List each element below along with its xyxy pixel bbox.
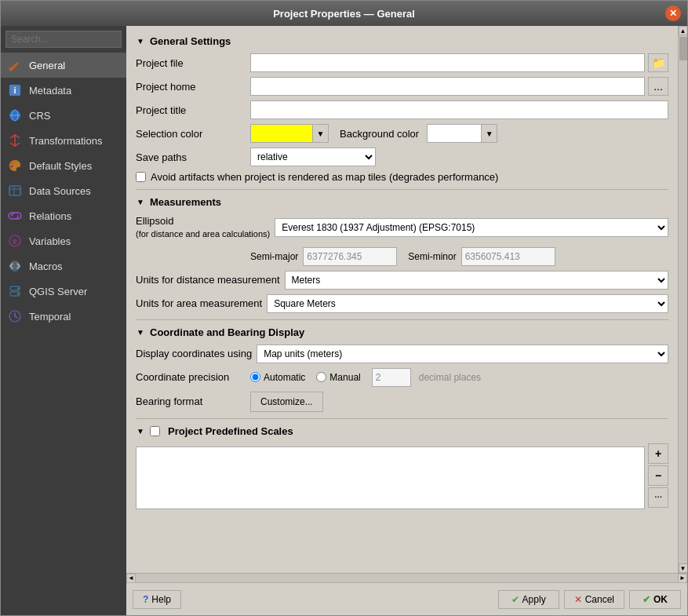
general-settings-toggle[interactable]: ▼ bbox=[136, 37, 145, 46]
vertical-scrollbar[interactable]: ▲ ▼ bbox=[678, 26, 687, 573]
sidebar-item-data-sources[interactable]: Data Sources bbox=[1, 178, 126, 203]
scales-remove-button[interactable]: − bbox=[648, 465, 668, 486]
scroll-down-arrow[interactable]: ▼ bbox=[679, 563, 688, 573]
svg-point-10 bbox=[11, 166, 13, 168]
variable-icon: e bbox=[7, 233, 23, 249]
svg-point-1 bbox=[9, 67, 13, 71]
svg-point-8 bbox=[12, 162, 14, 165]
scales-more-button[interactable]: ⋯ bbox=[648, 487, 668, 508]
svg-point-9 bbox=[15, 161, 17, 163]
scales-checkbox[interactable] bbox=[150, 426, 160, 436]
general-settings-title: General Settings bbox=[150, 35, 231, 47]
project-home-browse-button[interactable]: ... bbox=[648, 77, 668, 96]
sidebar-item-transformations-label: Transformations bbox=[29, 135, 102, 147]
sidebar-item-variables-label: Variables bbox=[29, 235, 71, 247]
manual-radio-item: Manual bbox=[316, 372, 360, 383]
ellipsoid-row: Ellipsoid (for distance and area calcula… bbox=[136, 214, 668, 241]
svg-text:e: e bbox=[13, 237, 17, 246]
globe-icon bbox=[7, 108, 23, 123]
ellipsoid-dropdown[interactable]: Everest 1830 (1937 Adjustment) (EPSG:701… bbox=[275, 218, 668, 237]
scroll-left-arrow[interactable]: ◄ bbox=[126, 574, 136, 583]
project-home-row: Project home ... bbox=[136, 77, 668, 96]
palette-icon bbox=[7, 158, 23, 173]
project-title-row: Project title bbox=[136, 100, 668, 119]
customize-button[interactable]: Customize... bbox=[250, 392, 323, 412]
avoid-artifacts-row: Avoid artifacts when project is rendered… bbox=[136, 171, 668, 183]
scales-add-button[interactable]: + bbox=[648, 443, 668, 464]
ok-button[interactable]: ✔ OK bbox=[629, 590, 681, 609]
horizontal-scrollbar[interactable]: ◄ ► bbox=[126, 573, 687, 582]
scroll-up-arrow[interactable]: ▲ bbox=[679, 26, 688, 35]
measurements-title: Measurements bbox=[150, 196, 221, 208]
sidebar-item-default-styles[interactable]: Default Styles bbox=[1, 153, 126, 178]
ellipsoid-label: Ellipsoid (for distance and area calcula… bbox=[136, 214, 270, 241]
semi-major-label: Semi-major bbox=[250, 251, 298, 262]
project-title-input[interactable] bbox=[250, 100, 668, 119]
project-home-input[interactable] bbox=[250, 77, 645, 96]
decimal-places-label: decimal places bbox=[419, 372, 481, 383]
sidebar-item-temporal-label: Temporal bbox=[29, 311, 71, 323]
window-title: Project Properties — General bbox=[273, 8, 415, 20]
bearing-format-row: Bearing format Customize... bbox=[136, 392, 668, 412]
browse-icon: ... bbox=[653, 80, 663, 93]
sidebar-item-default-styles-label: Default Styles bbox=[29, 160, 92, 172]
sidebar-item-crs[interactable]: CRS bbox=[1, 103, 126, 128]
clock-icon bbox=[7, 308, 23, 324]
save-paths-row: Save paths relative absolute bbox=[136, 148, 668, 166]
area-unit-dropdown[interactable]: Square Meters bbox=[267, 294, 668, 313]
distance-unit-label: Units for distance measurement bbox=[136, 274, 280, 286]
coord-toggle[interactable]: ▼ bbox=[136, 327, 145, 337]
link-icon bbox=[7, 208, 23, 224]
action-buttons: ✔ Apply ✕ Cancel ✔ OK bbox=[498, 590, 681, 609]
project-file-row: Project file 📁 bbox=[136, 53, 668, 72]
scales-content: + − ⋯ bbox=[136, 443, 668, 512]
sidebar-item-general[interactable]: General bbox=[1, 53, 126, 78]
apply-button[interactable]: ✔ Apply bbox=[498, 590, 559, 609]
background-color-dropdown[interactable]: ▼ bbox=[482, 124, 497, 143]
main-window: Project Properties — General ✕ General bbox=[0, 0, 688, 616]
bearing-format-label: Bearing format bbox=[136, 395, 246, 407]
save-paths-label: Save paths bbox=[136, 151, 246, 163]
sidebar-item-relations[interactable]: Relations bbox=[1, 203, 126, 228]
avoid-artifacts-checkbox[interactable] bbox=[136, 172, 146, 182]
selection-color-button[interactable] bbox=[250, 124, 313, 143]
cancel-button[interactable]: ✕ Cancel bbox=[564, 590, 624, 609]
scroll-thumb[interactable] bbox=[679, 37, 687, 60]
sidebar-item-temporal[interactable]: Temporal bbox=[1, 304, 126, 329]
project-file-input[interactable] bbox=[250, 53, 645, 72]
sidebar-item-macros[interactable]: Macros bbox=[1, 253, 126, 279]
sidebar-item-data-sources-label: Data Sources bbox=[29, 185, 91, 197]
sidebar-item-qgis-server[interactable]: QGIS Server bbox=[1, 279, 126, 304]
display-coords-dropdown[interactable]: Map units (meters) bbox=[257, 344, 668, 363]
background-color-button[interactable] bbox=[427, 124, 482, 143]
automatic-label: Automatic bbox=[264, 372, 305, 383]
scales-title: Project Predefined Scales bbox=[168, 425, 293, 437]
area-unit-row: Units for area measurement Square Meters bbox=[136, 294, 668, 313]
scales-list bbox=[136, 447, 645, 509]
scroll-right-arrow[interactable]: ► bbox=[678, 574, 687, 583]
semi-major-input bbox=[303, 247, 397, 266]
coord-precision-label: Coordinate precision bbox=[136, 371, 246, 383]
project-file-browse-button[interactable]: 📁 bbox=[648, 53, 668, 72]
manual-radio[interactable] bbox=[316, 372, 326, 382]
scales-toggle[interactable]: ▼ bbox=[136, 426, 145, 436]
sidebar-search[interactable] bbox=[5, 31, 122, 48]
coord-precision-row: Coordinate precision Automatic Manual bbox=[136, 368, 668, 387]
help-button[interactable]: ? Help bbox=[133, 590, 181, 609]
scales-toolbar: + − ⋯ bbox=[648, 443, 668, 512]
selection-color-dropdown[interactable]: ▼ bbox=[313, 124, 329, 143]
measurements-toggle[interactable]: ▼ bbox=[136, 198, 145, 207]
sidebar-item-transformations[interactable]: Transformations bbox=[1, 128, 126, 153]
apply-check-icon: ✔ bbox=[511, 594, 519, 605]
sidebar-item-variables[interactable]: e Variables bbox=[1, 228, 126, 253]
close-button[interactable]: ✕ bbox=[665, 5, 681, 21]
display-coords-label: Display coordinates using bbox=[136, 348, 252, 359]
distance-unit-dropdown[interactable]: Meters bbox=[285, 271, 668, 290]
general-settings-section-header: ▼ General Settings bbox=[136, 35, 668, 47]
save-paths-dropdown[interactable]: relative absolute bbox=[250, 148, 376, 166]
automatic-radio[interactable] bbox=[250, 372, 260, 382]
precision-spinbox[interactable] bbox=[372, 368, 411, 387]
sidebar-item-metadata[interactable]: i Metadata bbox=[1, 78, 126, 103]
distance-unit-row: Units for distance measurement Meters bbox=[136, 271, 668, 290]
help-label: Help bbox=[151, 594, 171, 605]
